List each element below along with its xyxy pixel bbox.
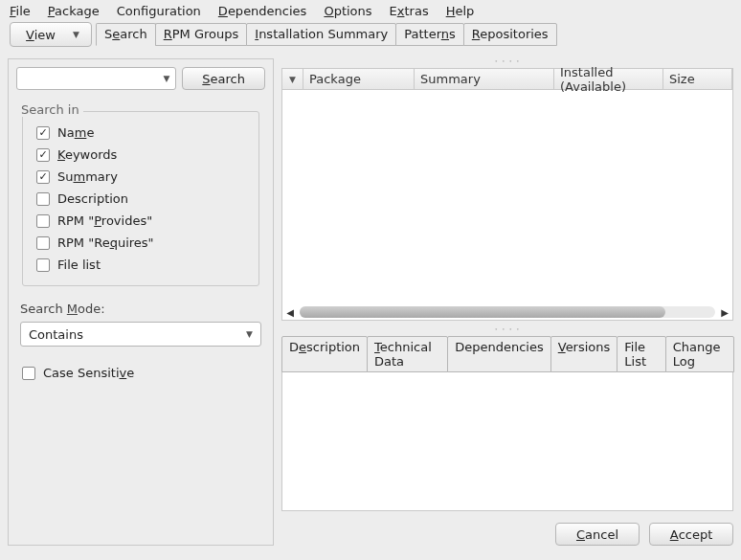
filter-tabbar: Search RPM Groups Installation Summary P… [96,23,556,46]
col-installed[interactable]: Installed (Available) [554,69,663,89]
label-summary: Summary [57,169,118,184]
label-description: Description [57,191,128,206]
menu-package[interactable]: Package [48,4,100,18]
menu-options[interactable]: Options [324,4,371,18]
horizontal-scrollbar[interactable]: ◀ ▶ [282,304,732,320]
chevron-down-icon: ▼ [246,329,253,339]
search-button[interactable]: Search [182,67,265,90]
detail-tabbar: Description Technical Data Dependencies … [281,336,733,372]
col-summary[interactable]: Summary [415,69,554,89]
scrollbar-thumb[interactable] [300,306,665,318]
checkbox-filelist[interactable] [36,258,50,272]
checkbox-requires[interactable] [36,236,50,250]
scroll-left-icon[interactable]: ◀ [284,306,296,318]
results-panel: • • • • ▼ Package Summary Installed (Ava… [281,58,733,546]
menu-help[interactable]: Help [446,4,475,18]
label-name: Name [57,125,94,140]
col-package[interactable]: Package [303,69,415,89]
checkbox-provides[interactable] [36,214,50,228]
chevron-down-icon: ▼ [289,75,296,84]
tab-description[interactable]: Description [281,336,368,372]
search-mode-label: Search Mode: [20,302,265,316]
pane-grip-middle[interactable]: • • • • [281,326,733,330]
tab-repositories[interactable]: Repositories [463,23,557,46]
menu-extras[interactable]: Extras [390,4,429,18]
col-size[interactable]: Size [663,69,732,89]
menubar: File Package Configuration Dependencies … [0,0,741,22]
search-mode-value: Contains [29,327,83,342]
tab-rpm-groups[interactable]: RPM Groups [155,23,248,46]
tab-technical-data[interactable]: Technical Data [367,336,448,372]
tab-patterns[interactable]: Patterns [395,23,464,46]
pane-grip-top[interactable]: • • • • [281,58,733,62]
menu-dependencies[interactable]: Dependencies [218,4,307,18]
search-panel: ▼ Search Search in Name Keywords Summary… [8,58,274,546]
checkbox-case-sensitive[interactable] [22,367,35,380]
tab-dependencies[interactable]: Dependencies [447,336,551,372]
menu-configuration[interactable]: Configuration [117,4,201,18]
search-mode-select[interactable]: Contains ▼ [20,322,261,347]
tab-versions[interactable]: Versions [550,336,618,372]
menu-file[interactable]: File [10,4,31,18]
checkbox-keywords[interactable] [36,148,50,162]
search-in-legend: Search in [17,102,83,117]
cancel-button[interactable]: Cancel [555,523,640,546]
dialog-footer: Cancel Accept [281,517,733,546]
chevron-down-icon: ▼ [163,74,169,83]
label-provides: RPM "Provides" [57,213,152,228]
view-dropdown-button[interactable]: View ▼ [10,22,92,47]
chevron-down-icon: ▼ [73,30,79,39]
package-list-body[interactable] [282,90,732,304]
package-list: ▼ Package Summary Installed (Available) … [281,68,733,321]
search-input[interactable]: ▼ [16,67,176,90]
checkbox-description[interactable] [36,192,50,206]
tab-installation-summary[interactable]: Installation Summary [246,23,396,46]
package-list-header: ▼ Package Summary Installed (Available) … [282,69,732,90]
tab-file-list[interactable]: File List [617,336,665,372]
col-status[interactable]: ▼ [282,69,303,89]
label-keywords: Keywords [57,147,117,162]
filter-toolbar: View ▼ Search RPM Groups Installation Su… [0,22,741,51]
label-filelist: File list [57,258,101,272]
detail-body [281,371,733,511]
tab-change-log[interactable]: Change Log [665,336,734,372]
scrollbar-track[interactable] [300,306,715,318]
accept-button[interactable]: Accept [649,523,733,546]
search-in-fieldset: Search in Name Keywords Summary Descript… [22,111,259,286]
scroll-right-icon[interactable]: ▶ [719,306,730,318]
checkbox-name[interactable] [36,126,50,140]
tab-search[interactable]: Search [96,23,156,46]
label-requires: RPM "Requires" [57,235,154,250]
label-case-sensitive: Case Sensitive [43,366,134,380]
checkbox-summary[interactable] [36,170,50,184]
